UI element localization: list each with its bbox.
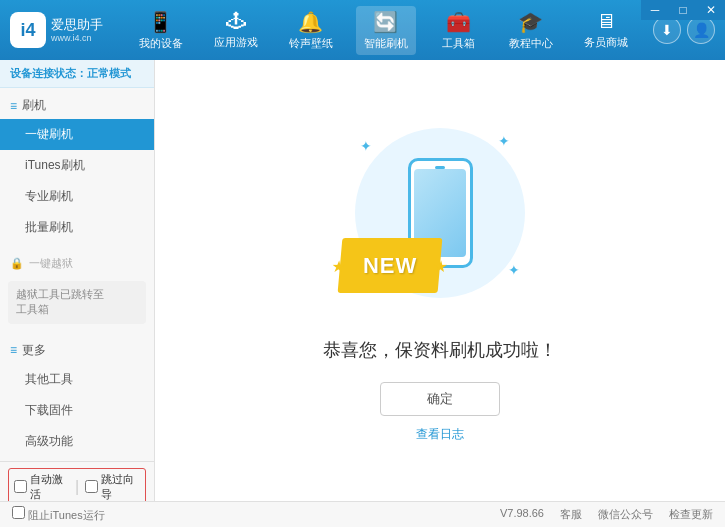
footer: 阻止iTunes运行 V7.98.66 客服 微信公众号 检查更新 xyxy=(0,501,725,527)
itunes-footer-checkbox[interactable] xyxy=(12,506,25,519)
sidebar-item-other-tools[interactable]: 其他工具 xyxy=(0,364,154,395)
apps-games-label: 应用游戏 xyxy=(214,35,258,50)
main-wrapper: 设备连接状态：正常模式 ≡ 刷机 一键刷机 iTunes刷机 专业刷机 批量刷机… xyxy=(0,60,725,501)
nav-bar: 📱 我的设备 🕹 应用游戏 🔔 铃声壁纸 🔄 智能刷机 🧰 工具箱 🎓 教程中心… xyxy=(123,6,643,55)
itunes-footer-text: 阻止iTunes运行 xyxy=(28,509,105,521)
itunes-footer-label[interactable]: 阻止iTunes运行 xyxy=(12,509,105,521)
minimize-button[interactable]: ─ xyxy=(641,0,669,20)
smart-flash-icon: 🔄 xyxy=(373,10,398,34)
apps-games-icon: 🕹 xyxy=(226,10,246,33)
auto-activate-label[interactable]: 自动激活 xyxy=(14,472,69,501)
footer-link-update[interactable]: 检查更新 xyxy=(669,507,713,522)
nav-tutorial[interactable]: 🎓 教程中心 xyxy=(501,6,561,55)
logo-name: 爱思助手 xyxy=(51,17,103,33)
smart-flash-label: 智能刷机 xyxy=(364,36,408,51)
log-link[interactable]: 查看日志 xyxy=(416,426,464,443)
download-button[interactable]: ⬇ xyxy=(653,16,681,44)
header: i4 爱思助手 www.i4.cn 📱 我的设备 🕹 应用游戏 🔔 铃声壁纸 🔄… xyxy=(0,0,725,60)
tutorial-icon: 🎓 xyxy=(518,10,543,34)
sidebar-item-itunes-flash[interactable]: iTunes刷机 xyxy=(0,150,154,181)
more-icon: ≡ xyxy=(10,343,17,357)
device-section: 自动激活 | 跳过向导 📱 iPhone 15 Pro Max 512GB iP… xyxy=(0,461,154,501)
footer-right: V7.98.66 客服 微信公众号 检查更新 xyxy=(500,507,713,522)
divider: | xyxy=(75,478,79,496)
my-device-icon: 📱 xyxy=(148,10,173,34)
window-controls: ─ □ ✕ xyxy=(641,0,725,20)
service-label: 务员商城 xyxy=(584,35,628,50)
guide-activate-checkbox[interactable] xyxy=(85,480,98,493)
jailbreak-section-header: 🔒 一键越狱 xyxy=(0,251,154,276)
version-label: V7.98.66 xyxy=(500,507,544,522)
status-bar: 设备连接状态：正常模式 xyxy=(0,60,154,88)
flash-section: ≡ 刷机 一键刷机 iTunes刷机 专业刷机 批量刷机 xyxy=(0,88,154,247)
toolbox-label: 工具箱 xyxy=(442,36,475,51)
sidebar-item-batch-flash[interactable]: 批量刷机 xyxy=(0,212,154,243)
new-banner: ★ NEW ★ xyxy=(338,238,443,293)
nav-toolbox[interactable]: 🧰 工具箱 xyxy=(431,6,486,55)
user-button[interactable]: 👤 xyxy=(687,16,715,44)
more-section-header: ≡ 更多 xyxy=(0,337,154,364)
sidebar-item-pro-flash[interactable]: 专业刷机 xyxy=(0,181,154,212)
footer-link-home[interactable]: 客服 xyxy=(560,507,582,522)
ringtones-label: 铃声壁纸 xyxy=(289,36,333,51)
status-label: 设备连接状态： xyxy=(10,67,87,79)
success-image: ✦ ✦ ✦ ★ NEW ★ xyxy=(340,118,540,318)
flash-section-icon: ≡ xyxy=(10,99,17,113)
logo-icon: i4 xyxy=(10,12,46,48)
nav-apps-games[interactable]: 🕹 应用游戏 xyxy=(206,6,266,54)
phone-dot xyxy=(435,166,445,169)
restore-button[interactable]: □ xyxy=(669,0,697,20)
logo: i4 爱思助手 www.i4.cn xyxy=(10,12,103,48)
sparkle-3: ✦ xyxy=(508,262,520,278)
footer-link-wechat[interactable]: 微信公众号 xyxy=(598,507,653,522)
tutorial-label: 教程中心 xyxy=(509,36,553,51)
sidebar-item-one-key-flash[interactable]: 一键刷机 xyxy=(0,119,154,150)
sidebar: 设备连接状态：正常模式 ≡ 刷机 一键刷机 iTunes刷机 专业刷机 批量刷机… xyxy=(0,60,155,501)
jailbreak-section: 🔒 一键越狱 越狱工具已跳转至 工具箱 xyxy=(0,247,154,333)
confirm-button[interactable]: 确定 xyxy=(380,382,500,416)
auto-activate-row: 自动激活 | 跳过向导 xyxy=(8,468,146,501)
sparkle-2: ✦ xyxy=(498,133,510,149)
star-right-icon: ★ xyxy=(433,256,449,275)
more-section-label: 更多 xyxy=(22,342,46,359)
nav-smart-flash[interactable]: 🔄 智能刷机 xyxy=(356,6,416,55)
nav-service[interactable]: 🖥 务员商城 xyxy=(576,6,636,54)
flash-section-header: ≡ 刷机 xyxy=(0,92,154,119)
sidebar-item-advanced[interactable]: 高级功能 xyxy=(0,426,154,457)
jailbreak-info-box: 越狱工具已跳转至 工具箱 xyxy=(8,281,146,324)
jailbreak-label: 一键越狱 xyxy=(29,256,73,271)
auto-activate-checkbox[interactable] xyxy=(14,480,27,493)
nav-ringtones[interactable]: 🔔 铃声壁纸 xyxy=(281,6,341,55)
logo-text-block: 爱思助手 www.i4.cn xyxy=(51,17,103,43)
flash-section-label: 刷机 xyxy=(22,97,46,114)
close-button[interactable]: ✕ xyxy=(697,0,725,20)
status-value: 正常模式 xyxy=(87,67,131,79)
star-left-icon: ★ xyxy=(331,256,347,275)
toolbox-icon: 🧰 xyxy=(446,10,471,34)
content-area: ✦ ✦ ✦ ★ NEW ★ 恭喜您，保资料刷机成功啦！ 确定 查看日志 xyxy=(155,60,725,501)
sidebar-item-download-firmware[interactable]: 下载固件 xyxy=(0,395,154,426)
nav-my-device[interactable]: 📱 我的设备 xyxy=(131,6,191,55)
service-icon: 🖥 xyxy=(596,10,616,33)
ringtones-icon: 🔔 xyxy=(298,10,323,34)
success-title: 恭喜您，保资料刷机成功啦！ xyxy=(323,338,557,362)
header-right: ⬇ 👤 xyxy=(653,16,715,44)
guide-activate-label[interactable]: 跳过向导 xyxy=(85,472,140,501)
new-badge-text: NEW xyxy=(363,253,417,279)
sparkle-1: ✦ xyxy=(360,138,372,154)
footer-left: 阻止iTunes运行 xyxy=(12,506,480,523)
more-section: ≡ 更多 其他工具 下载固件 高级功能 xyxy=(0,333,154,461)
logo-sub: www.i4.cn xyxy=(51,33,103,43)
lock-icon: 🔒 xyxy=(10,257,24,270)
my-device-label: 我的设备 xyxy=(139,36,183,51)
